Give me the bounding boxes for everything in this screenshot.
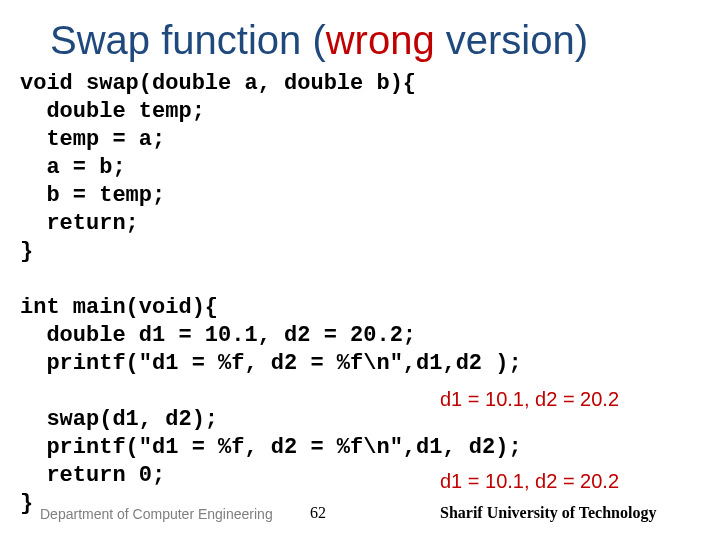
footer-department: Department of Computer Engineering	[40, 506, 273, 522]
slide: Swap function (wrong version) void swap(…	[0, 0, 720, 540]
footer-university: Sharif University of Technology	[440, 504, 656, 522]
output-first: d1 = 10.1, d2 = 20.2	[440, 388, 619, 411]
footer-page-number: 62	[310, 504, 326, 522]
title-wrong: wrong	[326, 18, 435, 62]
title-pre: Swap function (	[50, 18, 326, 62]
output-second: d1 = 10.1, d2 = 20.2	[440, 470, 619, 493]
slide-title: Swap function (wrong version)	[50, 18, 588, 63]
title-post: version)	[435, 18, 588, 62]
code-block: void swap(double a, double b){ double te…	[20, 70, 522, 518]
